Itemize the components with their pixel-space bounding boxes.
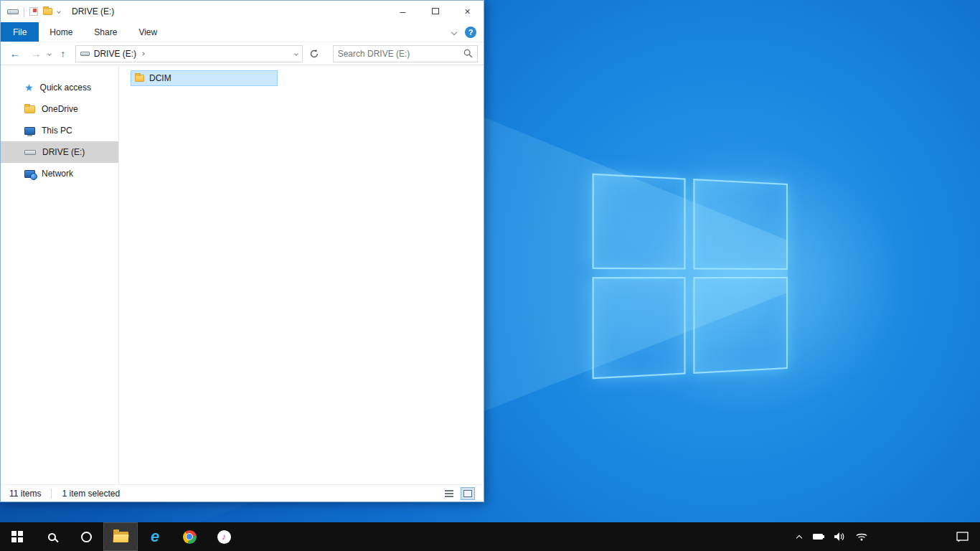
navigation-pane: ★ Quick access OneDrive This PC DRIVE (E… [1,65,119,484]
onedrive-icon [24,105,35,113]
close-button[interactable]: × [451,1,484,22]
window-title: DRIVE (E:) [72,6,114,17]
windows-start-icon [11,531,23,542]
large-icons-view-icon [463,490,472,497]
sidebar-item-label: This PC [42,126,72,136]
breadcrumb-chevron-icon[interactable] [141,52,145,56]
ribbon-tab-bar: File Home Share View ? [1,22,484,42]
qat-customize-chevron-icon[interactable] [57,9,61,14]
internet-explorer-icon: e [151,529,159,545]
large-icons-view-button[interactable] [461,487,475,500]
search-icon [48,533,56,541]
recent-locations-chevron-icon[interactable] [47,52,52,56]
search-icon[interactable] [463,49,473,58]
close-icon: × [464,6,470,17]
sidebar-item-label: DRIVE (E:) [42,147,85,157]
computer-icon [24,127,35,135]
qat-properties-icon[interactable] [29,7,38,16]
sidebar-item-label: Network [42,169,73,179]
address-dropdown[interactable] [295,52,298,55]
battery-icon[interactable] [813,534,823,540]
minimize-icon: – [400,6,406,17]
window-body: ★ Quick access OneDrive This PC DRIVE (E… [1,65,484,484]
maximize-button[interactable] [419,1,451,22]
tab-share[interactable]: Share [83,22,128,42]
windows-logo-pane [593,277,686,379]
status-divider [51,489,52,499]
folder-icon [135,75,144,82]
hidden-icons-chevron-icon[interactable] [796,534,802,540]
taskbar-file-explorer-button[interactable] [103,522,138,551]
sidebar-item-onedrive[interactable]: OneDrive [1,98,118,120]
chrome-button[interactable] [172,522,207,551]
refresh-button[interactable] [306,45,322,62]
drive-icon [24,150,36,155]
refresh-icon [309,49,319,59]
details-view-icon [445,490,453,497]
qat-new-folder-icon[interactable] [43,8,52,15]
back-button[interactable]: ← [6,45,24,62]
selection-count: 1 item selected [62,489,120,499]
file-explorer-icon [113,532,128,542]
forward-button[interactable]: → [27,45,44,62]
cortana-icon [81,532,92,542]
search-input[interactable] [338,49,463,59]
sidebar-item-quick-access[interactable]: ★ Quick access [1,77,118,98]
sidebar-item-this-pc[interactable]: This PC [1,120,118,141]
windows-logo-pane [693,277,788,374]
action-center-button[interactable] [956,532,980,542]
taskbar-search-button[interactable] [34,522,69,551]
sidebar-item-drive-e[interactable]: DRIVE (E:) [1,141,118,163]
details-view-button[interactable] [442,487,456,500]
up-button[interactable]: ↑ [55,45,72,62]
tab-view[interactable]: View [128,22,168,42]
quick-access-toolbar [1,7,60,17]
system-tray [797,532,956,541]
help-button[interactable]: ? [465,27,476,38]
cortana-button[interactable] [69,522,103,551]
breadcrumb[interactable]: DRIVE (E:) [94,49,144,59]
taskbar: e ♪ [0,522,980,551]
windows-logo-pane [693,179,788,270]
address-drive-icon [80,52,90,56]
itunes-icon: ♪ [217,530,231,544]
maximize-icon [432,8,439,14]
sidebar-item-label: OneDrive [42,104,78,114]
address-bar[interactable]: DRIVE (E:) [75,45,303,62]
ribbon-right-controls: ? [452,22,484,42]
tab-file[interactable]: File [1,22,39,42]
minimize-button[interactable]: – [387,1,419,22]
status-bar: 11 items 1 item selected [1,484,484,501]
quick-access-star-icon: ★ [24,83,34,93]
breadcrumb-segment[interactable]: DRIVE (E:) [94,49,136,59]
wifi-icon[interactable] [856,532,867,541]
file-item-dcim[interactable]: DCIM [131,70,278,86]
chrome-icon [183,530,197,544]
address-history-chevron-icon [294,52,298,56]
file-explorer-window: DRIVE (E:) – × File Home Share View ? ← … [0,0,484,502]
title-bar: DRIVE (E:) – × [1,1,484,22]
ribbon-collapse-chevron-icon[interactable] [451,29,457,34]
network-icon [24,170,35,178]
file-list-pane[interactable]: DCIM [119,65,484,484]
window-controls: – × [387,1,484,22]
navigation-toolbar: ← → ↑ DRIVE (E:) [1,42,484,65]
internet-explorer-button[interactable]: e [138,522,172,551]
separator [24,7,24,17]
sidebar-item-label: Quick access [40,83,91,93]
action-center-icon [956,532,969,542]
start-button[interactable] [0,522,34,551]
speaker-icon[interactable] [834,532,844,541]
window-app-drive-icon [7,9,19,14]
itunes-button[interactable]: ♪ [207,522,241,551]
items-count: 11 items [9,489,41,499]
windows-logo-pane [593,174,686,270]
search-box [333,45,478,62]
sidebar-item-network[interactable]: Network [1,163,118,184]
windows-logo [593,174,788,380]
tab-home[interactable]: Home [39,22,83,42]
view-toggles [442,487,475,500]
file-item-label: DCIM [149,73,171,83]
